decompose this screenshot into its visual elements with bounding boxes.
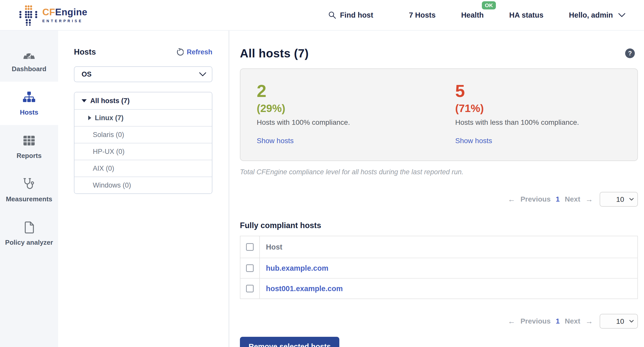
tree-item-windows[interactable]: Windows (0)	[74, 177, 212, 193]
previous-arrow[interactable]: ←	[508, 195, 515, 204]
find-host-search[interactable]: Find host	[328, 11, 373, 19]
nav-health[interactable]: Health OK	[461, 11, 484, 19]
caret-down-icon	[82, 99, 87, 102]
sidebar-item-dashboard[interactable]: Dashboard	[0, 38, 58, 82]
tree-item-label: Solaris (0)	[93, 131, 124, 139]
hosts-count-label: 7 Hosts	[409, 11, 436, 19]
sidebar-item-measurements[interactable]: Measurements	[0, 168, 58, 212]
next-button[interactable]: Next	[565, 317, 580, 325]
tree-item-all-hosts[interactable]: All hosts (7)	[74, 92, 212, 109]
pagination-top: ← Previous 1 Next → 10	[240, 192, 638, 207]
page-size-select[interactable]: 10	[600, 314, 638, 329]
host-link[interactable]: host001.example.com	[266, 284, 343, 293]
hosts-panel-title: Hosts	[74, 47, 96, 57]
sidebar-item-label: Policy analyzer	[5, 239, 53, 246]
tree-item-solaris[interactable]: Solaris (0)	[74, 126, 212, 143]
health-status-badge: OK	[482, 1, 496, 9]
sidebar-item-hosts[interactable]: Hosts	[0, 82, 58, 125]
table-header-row: Host	[240, 236, 637, 258]
tree-item-aix[interactable]: AIX (0)	[74, 160, 212, 177]
tree-item-hpux[interactable]: HP-UX (0)	[74, 143, 212, 160]
refresh-label: Refresh	[187, 48, 212, 56]
tree-item-label: AIX (0)	[93, 165, 114, 172]
cfengine-logo-text: CFEngine ENTERPRISE	[42, 7, 87, 23]
hosts-filter-panel: Hosts Refresh OS	[58, 31, 229, 347]
health-label: Health	[461, 11, 484, 19]
compliant-percent: (29%)	[257, 103, 439, 114]
row-checkbox[interactable]	[246, 285, 254, 292]
page-number[interactable]: 1	[556, 317, 560, 325]
table-row: host001.example.com	[240, 278, 637, 299]
find-host-label: Find host	[340, 11, 373, 19]
tree-item-label: All hosts (7)	[90, 97, 130, 105]
help-icon[interactable]: ?	[625, 48, 635, 58]
top-header: CFEngine ENTERPRISE Find host 7 Hosts He…	[0, 0, 644, 31]
row-checkbox[interactable]	[246, 264, 254, 272]
stethoscope-icon	[23, 177, 35, 191]
search-icon[interactable]	[328, 11, 336, 19]
host-link[interactable]: hub.example.com	[266, 264, 328, 272]
page-title: All hosts (7)	[240, 46, 309, 60]
sidebar-item-policy-analyzer[interactable]: Policy analyzer	[0, 212, 58, 255]
remove-selected-hosts-button[interactable]: Remove selected hosts	[240, 337, 339, 347]
page-size-select[interactable]: 10	[600, 192, 638, 207]
cfengine-logo: CFEngine ENTERPRISE	[18, 4, 87, 26]
caret-right-icon	[88, 116, 91, 120]
sidebar-item-label: Hosts	[20, 108, 38, 116]
sidebar-nav: Dashboard Hosts	[0, 31, 58, 347]
header-nav: Find host 7 Hosts Health OK HA status He…	[328, 11, 626, 19]
main-content: All hosts (7) ? 2 (29%) Hosts with 100% …	[229, 31, 644, 347]
refresh-icon	[176, 48, 184, 56]
page-number[interactable]: 1	[556, 195, 560, 203]
logo-subtitle: ENTERPRISE	[42, 19, 87, 23]
show-compliant-hosts-link[interactable]: Show hosts	[257, 137, 294, 145]
user-menu[interactable]: Hello, admin	[569, 11, 626, 19]
next-button[interactable]: Next	[565, 195, 580, 203]
nav-ha-status[interactable]: HA status	[509, 11, 543, 19]
host-column-header: Host	[260, 243, 282, 251]
user-greeting: Hello, admin	[569, 11, 613, 19]
show-noncompliant-hosts-link[interactable]: Show hosts	[455, 137, 492, 145]
report-table-icon	[23, 134, 35, 147]
filter-select[interactable]: OS	[74, 66, 212, 82]
previous-arrow[interactable]: ←	[508, 317, 515, 326]
sidebar-item-label: Dashboard	[12, 65, 46, 73]
noncompliant-description: Hosts with less than 100% compliance.	[455, 118, 638, 127]
compliant-hosts-table: Host hub.example.com host001.example.com	[240, 236, 638, 299]
sidebar-item-label: Measurements	[6, 195, 52, 203]
file-icon	[24, 221, 34, 234]
gauge-icon	[22, 47, 36, 60]
compliant-summary: 2 (29%) Hosts with 100% compliance. Show…	[240, 69, 439, 160]
refresh-link[interactable]: Refresh	[176, 48, 212, 56]
logo-engine: Engine	[55, 7, 87, 17]
previous-button[interactable]: Previous	[520, 317, 550, 325]
previous-button[interactable]: Previous	[520, 195, 550, 203]
logo-cf: CF	[42, 7, 55, 17]
compliance-summary: 2 (29%) Hosts with 100% compliance. Show…	[240, 68, 638, 161]
tree-item-label: HP-UX (0)	[93, 148, 125, 156]
next-arrow[interactable]: →	[585, 195, 593, 204]
cfengine-app: CFEngine ENTERPRISE Find host 7 Hosts He…	[0, 0, 644, 347]
noncompliant-percent: (71%)	[455, 103, 638, 114]
pagination-bottom: ← Previous 1 Next → 10	[240, 314, 638, 329]
ha-status-label: HA status	[509, 11, 543, 19]
host-tree: All hosts (7) Linux (7) Solaris (0) HP-U…	[74, 92, 212, 194]
compliant-description: Hosts with 100% compliance.	[257, 118, 439, 127]
noncompliant-summary: 5 (71%) Hosts with less than 100% compli…	[439, 69, 638, 160]
select-all-checkbox[interactable]	[246, 243, 254, 251]
nav-hosts-count[interactable]: 7 Hosts	[409, 11, 436, 19]
tree-item-label: Linux (7)	[95, 114, 124, 122]
compliant-count: 2	[257, 82, 439, 100]
compliant-table-heading: Fully compliant hosts	[240, 221, 638, 230]
chevron-down-icon	[618, 13, 626, 17]
compliance-caption: Total CFEngine compliance level for all …	[240, 168, 638, 176]
sitemap-icon	[23, 91, 35, 104]
sidebar-item-reports[interactable]: Reports	[0, 125, 58, 168]
sidebar-item-label: Reports	[17, 152, 42, 160]
next-arrow[interactable]: →	[585, 317, 593, 326]
noncompliant-count: 5	[455, 82, 638, 100]
table-row: hub.example.com	[240, 258, 637, 278]
tree-item-label: Windows (0)	[93, 181, 131, 189]
tree-item-linux[interactable]: Linux (7)	[74, 109, 212, 126]
cfengine-logo-icon	[18, 4, 38, 26]
